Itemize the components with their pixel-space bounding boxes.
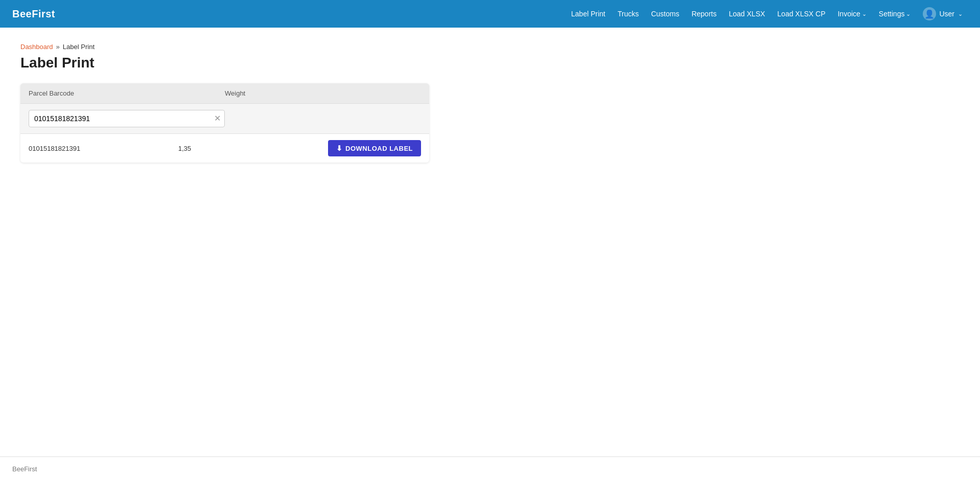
user-menu[interactable]: 👤 User ⌄ bbox=[918, 4, 968, 24]
footer-label: BeeFirst bbox=[12, 465, 37, 473]
weight-value: 1,35 bbox=[178, 145, 328, 152]
page-title: Label Print bbox=[20, 55, 960, 71]
barcode-value: 01015181821391 bbox=[29, 145, 178, 152]
user-chevron-down-icon: ⌄ bbox=[958, 11, 963, 17]
barcode-input-wrapper: ✕ bbox=[29, 110, 225, 127]
barcode-input[interactable] bbox=[29, 110, 225, 127]
nav-trucks[interactable]: Trucks bbox=[613, 7, 644, 21]
user-avatar-icon: 👤 bbox=[923, 7, 936, 20]
main-content: Dashboard » Label Print Label Print Parc… bbox=[0, 28, 980, 456]
nav-load-xlsx[interactable]: Load XLSX bbox=[724, 7, 770, 21]
col-header-barcode: Parcel Barcode bbox=[29, 89, 225, 97]
breadcrumb-dashboard[interactable]: Dashboard bbox=[20, 43, 53, 51]
card-input-row: ✕ bbox=[20, 104, 429, 134]
nav-settings[interactable]: Settings ⌄ bbox=[874, 7, 916, 21]
nav-label-print[interactable]: Label Print bbox=[566, 7, 611, 21]
navbar: BeeFirst Label Print Trucks Customs Repo… bbox=[0, 0, 980, 28]
download-label-button[interactable]: ⬇ DOWNLOAD LABEL bbox=[328, 140, 421, 156]
clear-input-button[interactable]: ✕ bbox=[214, 114, 221, 123]
invoice-chevron-down-icon: ⌄ bbox=[862, 11, 867, 17]
breadcrumb-current: Label Print bbox=[63, 43, 95, 51]
brand-logo: BeeFirst bbox=[12, 8, 55, 20]
nav-customs[interactable]: Customs bbox=[646, 7, 684, 21]
col-header-weight: Weight bbox=[225, 89, 421, 97]
settings-chevron-down-icon: ⌄ bbox=[906, 11, 911, 17]
download-icon: ⬇ bbox=[336, 144, 343, 152]
breadcrumb-separator: » bbox=[56, 43, 60, 51]
card-header: Parcel Barcode Weight bbox=[20, 83, 429, 104]
footer: BeeFirst bbox=[0, 456, 980, 481]
nav-invoice[interactable]: Invoice ⌄ bbox=[832, 7, 871, 21]
label-print-card: Parcel Barcode Weight ✕ 01015181821391 1… bbox=[20, 83, 429, 163]
nav-links: Label Print Trucks Customs Reports Load … bbox=[566, 4, 968, 24]
nav-load-xlsx-cp[interactable]: Load XLSX CP bbox=[772, 7, 830, 21]
breadcrumb: Dashboard » Label Print bbox=[20, 43, 960, 51]
card-data-row: 01015181821391 1,35 ⬇ DOWNLOAD LABEL bbox=[20, 134, 429, 163]
nav-reports[interactable]: Reports bbox=[686, 7, 721, 21]
